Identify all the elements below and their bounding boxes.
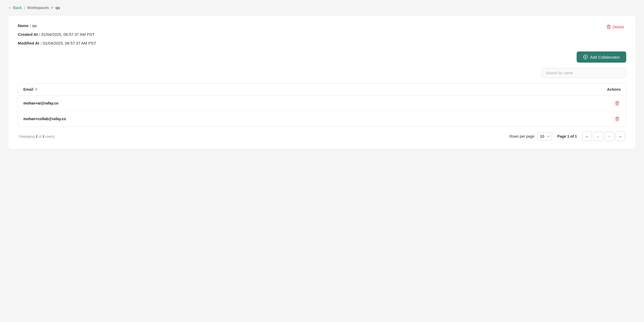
delete-button[interactable]: Delete xyxy=(604,23,626,30)
back-arrow-icon: ← xyxy=(8,5,12,10)
pagination-row: Displaying 2 of 2 row(s) Rows per page 1… xyxy=(18,127,626,141)
collaborator-email-1: mohan+ai@rafay.co xyxy=(23,101,58,105)
name-value: qa xyxy=(32,23,37,28)
plus-circle-icon xyxy=(583,55,588,59)
workspace-info: Name : qa Created At : 01/04/2025, 06:57… xyxy=(18,23,96,45)
collaborators-table: Email ⇕ Actions mohan+ai@rafay.co mohan+… xyxy=(18,83,626,127)
created-at-value: 01/04/2025, 06:57:37 AM PST xyxy=(41,32,95,37)
trash-icon xyxy=(606,24,611,29)
breadcrumb-divider: | xyxy=(24,6,25,10)
created-at-row: Created At : 01/04/2025, 06:57:37 AM PST xyxy=(18,32,96,37)
name-row: Name : qa xyxy=(18,23,96,28)
delete-row-1-icon xyxy=(615,101,620,106)
last-page-button[interactable]: » xyxy=(616,132,625,141)
back-label: Back xyxy=(13,5,22,10)
top-section: Name : qa Created At : 01/04/2025, 06:57… xyxy=(18,23,626,63)
rows-per-page-select[interactable]: 10 25 50 xyxy=(537,132,552,140)
email-column-label: Email xyxy=(23,87,33,92)
back-link[interactable]: ← Back xyxy=(8,5,22,10)
name-label: Name : xyxy=(18,23,31,28)
modified-at-value: 01/04/2025, 06:57:37 AM PST xyxy=(43,41,96,45)
modified-at-label: Modified At : xyxy=(18,41,42,45)
table-row: mohan+collab@rafay.co xyxy=(18,111,626,127)
pagination-controls: Rows per page 10 25 50 Page 1 of 1 « ‹ ›… xyxy=(510,132,625,141)
delete-row-2-icon xyxy=(615,116,620,121)
page-total: 1 xyxy=(575,134,577,138)
main-card: Name : qa Created At : 01/04/2025, 06:57… xyxy=(8,15,636,149)
prev-page-button[interactable]: ‹ xyxy=(593,132,603,141)
page-nav-buttons: « ‹ › » xyxy=(582,132,625,141)
top-right-actions: Delete Add Collaborator xyxy=(577,23,626,63)
next-page-button[interactable]: › xyxy=(604,132,614,141)
first-page-button[interactable]: « xyxy=(582,132,592,141)
add-collaborator-label: Add Collaborator xyxy=(590,55,620,59)
collaborator-email-2: mohan+collab@rafay.co xyxy=(23,117,66,121)
displaying-text: Displaying 2 of 2 row(s) xyxy=(19,134,55,138)
rows-per-page-control: Rows per page 10 25 50 xyxy=(510,132,552,140)
delete-row-2-button[interactable] xyxy=(614,115,621,122)
search-input[interactable] xyxy=(541,68,626,78)
page-info: Page 1 of 1 xyxy=(557,134,577,138)
created-at-label: Created At : xyxy=(18,32,40,37)
email-column-header[interactable]: Email ⇕ xyxy=(23,87,37,92)
table-row: mohan+ai@rafay.co xyxy=(18,95,626,111)
breadcrumb-workspaces[interactable]: Workspaces xyxy=(27,5,49,10)
add-collaborator-button[interactable]: Add Collaborator xyxy=(577,51,626,63)
page-label: Page xyxy=(557,134,566,138)
sort-icon: ⇕ xyxy=(35,88,37,91)
breadcrumb: ← Back | Workspaces > qa xyxy=(8,5,636,10)
page-of: of xyxy=(570,134,574,138)
delete-row-1-button[interactable] xyxy=(614,100,621,107)
search-row xyxy=(18,68,626,78)
table-header: Email ⇕ Actions xyxy=(18,84,626,95)
breadcrumb-current: qa xyxy=(55,5,60,10)
modified-at-row: Modified At : 01/04/2025, 06:57:37 AM PS… xyxy=(18,41,96,45)
breadcrumb-chevron-icon: > xyxy=(51,5,53,10)
actions-column-header: Actions xyxy=(607,87,621,92)
rows-per-page-label: Rows per page xyxy=(510,134,534,138)
page-current: 1 xyxy=(567,134,569,138)
delete-label: Delete xyxy=(613,25,624,29)
